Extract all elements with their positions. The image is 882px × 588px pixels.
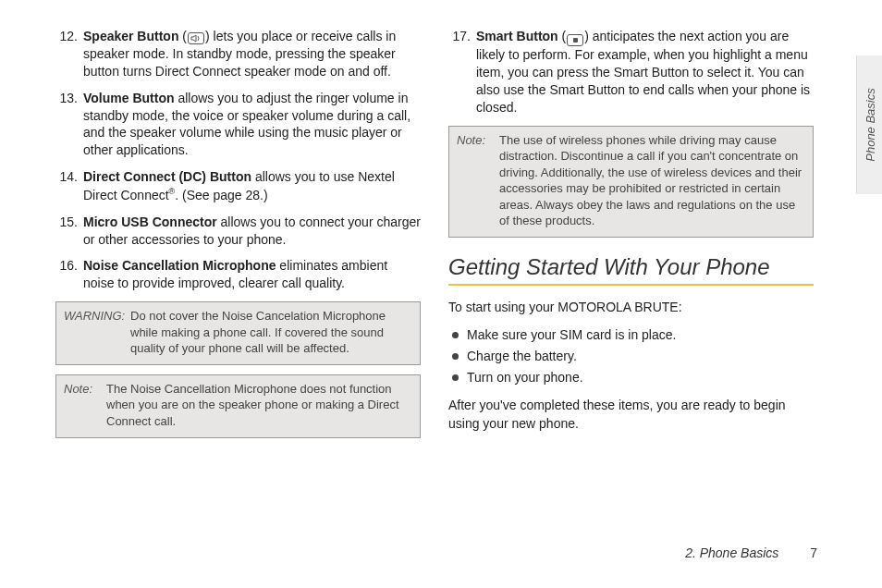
- list-body: Direct Connect (DC) Button allows you to…: [83, 168, 421, 203]
- list-number: 14.: [55, 168, 83, 203]
- list-body: Micro USB Connector allows you to connec…: [83, 214, 421, 249]
- term: Direct Connect (DC) Button: [83, 169, 251, 184]
- note-callout: Note: The Noise Cancellation Microphone …: [55, 374, 421, 438]
- term: Smart Button: [476, 29, 558, 43]
- term: Noise Cancellation Microphone: [83, 258, 276, 273]
- list-number: 13.: [55, 90, 83, 160]
- note-text: The use of wireless phones while driving…: [499, 132, 805, 229]
- smart-button-icon: [567, 34, 583, 46]
- list-number: 15.: [55, 214, 83, 249]
- list-number: 12.: [55, 28, 83, 80]
- page: 12. Speaker Button () lets you place or …: [0, 0, 882, 588]
- list-number: 16.: [55, 257, 83, 292]
- section-intro: To start using your MOTOROLA BRUTE:: [448, 299, 814, 317]
- list-body: Speaker Button () lets you place or rece…: [83, 28, 421, 80]
- section-title: Getting Started With Your Phone: [448, 254, 814, 280]
- bullet-item: Turn on your phone.: [452, 368, 814, 387]
- list-item-15: 15. Micro USB Connector allows you to co…: [55, 214, 421, 249]
- note-callout: Note: The use of wireless phones while d…: [448, 126, 814, 238]
- term: Micro USB Connector: [83, 214, 217, 229]
- list-body: Noise Cancellation Microphone eliminates…: [83, 257, 421, 292]
- note-label: Note:: [64, 381, 106, 430]
- list-item-13: 13. Volume Button allows you to adjust t…: [55, 90, 421, 160]
- warning-callout: WARNING: Do not cover the Noise Cancelat…: [55, 301, 421, 365]
- section-tab: Phone Basics: [856, 55, 882, 194]
- right-column: 17. Smart Button () anticipates the next…: [448, 28, 814, 499]
- list-body: Smart Button () anticipates the next act…: [476, 28, 814, 116]
- bullet-item: Make sure your SIM card is in place.: [452, 325, 814, 345]
- list-item-17: 17. Smart Button () anticipates the next…: [448, 28, 814, 116]
- section-rule: [448, 284, 814, 286]
- list-number: 17.: [448, 28, 476, 116]
- bullet-list: Make sure your SIM card is in place. Cha…: [452, 325, 814, 387]
- list-item-16: 16. Noise Cancellation Microphone elimin…: [55, 257, 421, 292]
- section-outro: After you've completed these items, you …: [448, 397, 814, 433]
- speaker-icon: [188, 32, 204, 44]
- page-footer: 2. Phone Basics 7: [685, 545, 817, 560]
- list-item-12: 12. Speaker Button () lets you place or …: [55, 28, 421, 80]
- warning-text: Do not cover the Noise Cancelation Micro…: [130, 308, 412, 357]
- list-item-14: 14. Direct Connect (DC) Button allows yo…: [55, 168, 421, 203]
- warning-label: WARNING:: [64, 308, 130, 357]
- list-text-b: . (See page 28.): [175, 188, 267, 202]
- note-label: Note:: [457, 132, 499, 229]
- note-text: The Noise Cancellation Microphone does n…: [106, 381, 412, 430]
- page-number: 7: [810, 545, 817, 560]
- bullet-item: Charge the battery.: [452, 347, 814, 366]
- left-column: 12. Speaker Button () lets you place or …: [55, 28, 421, 499]
- term: Volume Button: [83, 91, 175, 105]
- two-column-layout: 12. Speaker Button () lets you place or …: [55, 28, 827, 499]
- chapter-label: 2. Phone Basics: [685, 545, 778, 560]
- list-body: Volume Button allows you to adjust the r…: [83, 90, 421, 160]
- term: Speaker Button: [83, 29, 178, 43]
- section-tab-label: Phone Basics: [863, 88, 876, 162]
